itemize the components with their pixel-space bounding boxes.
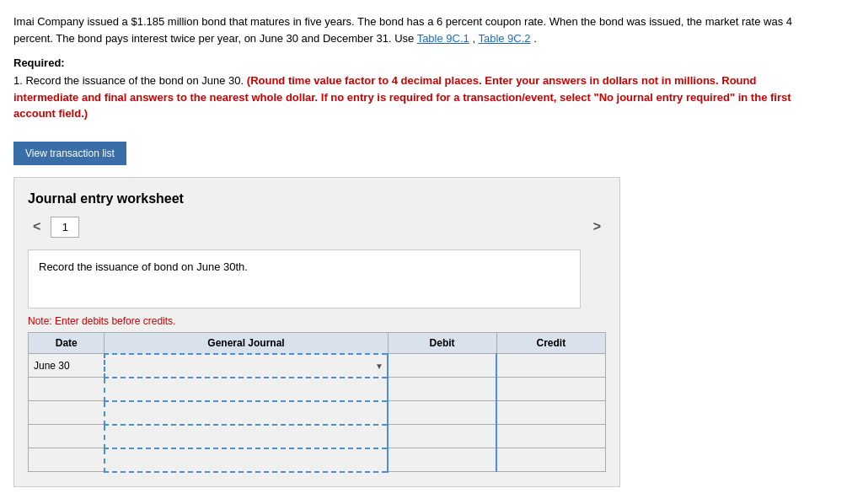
dropdown-arrow-icon: ▼ — [375, 361, 383, 370]
header-date: Date — [29, 332, 105, 354]
required-label: Required: — [13, 56, 806, 69]
intro-paragraph: Imai Company issued a $1.185 million bon… — [13, 13, 806, 46]
description-box: Record the issuance of bond on June 30th… — [28, 249, 581, 308]
instruction-text: 1. Record the issuance of the bond on Ju… — [13, 72, 806, 122]
intro-text-before-links: Imai Company issued a $1.185 million bon… — [13, 15, 792, 45]
nav-left-group: < 1 — [28, 217, 79, 238]
table-row — [29, 425, 606, 448]
debit-cell[interactable] — [388, 425, 496, 448]
general-journal-cell[interactable] — [105, 425, 388, 448]
table-9c2-link[interactable]: Table 9C.2 — [478, 32, 530, 45]
required-section: Required: 1. Record the issuance of the … — [13, 56, 806, 122]
debit-cell[interactable] — [388, 401, 496, 425]
debit-cell[interactable] — [388, 378, 496, 401]
table-row — [29, 401, 606, 425]
date-cell: June 30 — [29, 354, 105, 378]
credit-cell[interactable] — [496, 425, 605, 448]
table-header-row: Date General Journal Debit Credit — [29, 332, 606, 354]
table-row — [29, 378, 606, 401]
note-text: Note: Enter debits before credits. — [28, 315, 606, 327]
intro-text-after-links: . — [533, 32, 537, 45]
journal-table: Date General Journal Debit Credit June 3… — [28, 332, 606, 473]
description-text: Record the issuance of bond on June 30th… — [39, 260, 248, 273]
debit-cell[interactable] — [388, 354, 496, 378]
journal-worksheet-container: Journal entry worksheet < 1 > Record the… — [13, 177, 620, 487]
table-row — [29, 448, 606, 472]
date-cell — [29, 448, 105, 472]
page-number-box: 1 — [51, 217, 79, 238]
date-cell — [29, 378, 105, 401]
general-journal-cell[interactable] — [105, 401, 388, 425]
next-page-button[interactable]: > — [588, 217, 606, 236]
credit-cell[interactable] — [496, 354, 605, 378]
date-cell — [29, 425, 105, 448]
header-debit: Debit — [388, 332, 496, 354]
instruction-part1: 1. Record the issuance of the bond on Ju… — [13, 74, 244, 87]
date-cell — [29, 401, 105, 425]
header-general-journal: General Journal — [105, 332, 388, 354]
header-credit: Credit — [496, 332, 605, 354]
general-journal-cell[interactable]: ▼ — [105, 354, 388, 378]
prev-page-button[interactable]: < — [28, 217, 46, 236]
credit-cell[interactable] — [496, 448, 605, 472]
table-row: June 30▼ — [29, 354, 606, 378]
general-journal-cell[interactable] — [105, 448, 388, 472]
debit-cell[interactable] — [388, 448, 496, 472]
view-transaction-button[interactable]: View transaction list — [13, 142, 126, 165]
general-journal-cell[interactable] — [105, 378, 388, 401]
worksheet-title: Journal entry worksheet — [28, 191, 606, 206]
worksheet-nav-row: < 1 > — [28, 217, 606, 238]
credit-cell[interactable] — [496, 378, 605, 401]
table-9c1-link[interactable]: Table 9C.1 — [417, 32, 469, 45]
credit-cell[interactable] — [496, 401, 605, 425]
